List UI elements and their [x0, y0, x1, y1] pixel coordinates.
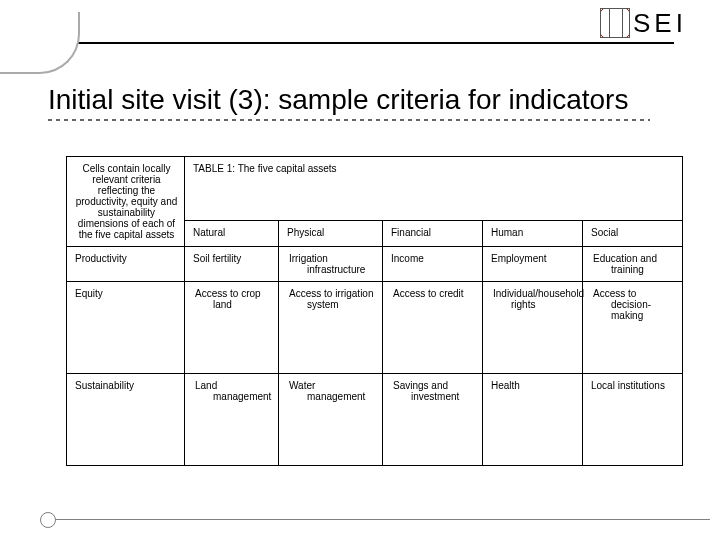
title-underline [48, 119, 650, 121]
cell-text: Savings and investment [391, 380, 476, 402]
cell-text: Individual/household rights [491, 288, 576, 310]
cell-text: Access to decision-making [591, 288, 676, 321]
criteria-table: Cells contain locally relevant criteria … [66, 156, 683, 466]
cell: Access to credit [383, 282, 483, 374]
col-header-natural: Natural [185, 221, 279, 247]
cell-text: Access to irrigation system [287, 288, 376, 310]
footer-dot-icon [40, 512, 56, 528]
cell: Savings and investment [383, 374, 483, 466]
page-title: Initial site visit (3): sample criteria … [48, 84, 700, 116]
row-header-sustainability: Sustainability [67, 374, 185, 466]
table-description-cell: Cells contain locally relevant criteria … [67, 157, 185, 247]
col-header-physical: Physical [279, 221, 383, 247]
row-header-productivity: Productivity [67, 247, 185, 282]
table-caption: TABLE 1: The five capital assets [185, 157, 683, 221]
cell: Land management [185, 374, 279, 466]
cell-text: Irrigation infrastructure [287, 253, 376, 275]
cell: Health [483, 374, 583, 466]
cell-text: Water management [287, 380, 376, 402]
cell-text: Education and training [591, 253, 676, 275]
table-row: Sustainability Land management Water man… [67, 374, 683, 466]
sei-logo-text: SEI [633, 8, 687, 39]
cell: Education and training [583, 247, 683, 282]
cell: Water management [279, 374, 383, 466]
cell: Irrigation infrastructure [279, 247, 383, 282]
col-header-social: Social [583, 221, 683, 247]
table-header-row-1: Cells contain locally relevant criteria … [67, 157, 683, 221]
cell: Access to irrigation system [279, 282, 383, 374]
table-description: Cells contain locally relevant criteria … [75, 163, 178, 240]
table-row: Productivity Soil fertility Irrigation i… [67, 247, 683, 282]
cell: Income [383, 247, 483, 282]
col-header-human: Human [483, 221, 583, 247]
header-arc [0, 12, 80, 74]
cell: Soil fertility [185, 247, 279, 282]
slide: { "logo": { "text": "SEI" }, "title": "I… [0, 0, 720, 540]
sei-logo: SEI [600, 6, 706, 40]
cell: Local institutions [583, 374, 683, 466]
cell: Individual/household rights [483, 282, 583, 374]
header-divider [0, 42, 674, 44]
cell: Employment [483, 247, 583, 282]
cell: Access to decision-making [583, 282, 683, 374]
cell-text: Access to credit [391, 288, 476, 299]
row-header-equity: Equity [67, 282, 185, 374]
cell-text: Access to crop land [193, 288, 272, 310]
col-header-financial: Financial [383, 221, 483, 247]
sei-logo-icon [600, 8, 630, 38]
cell-text: Land management [193, 380, 272, 402]
table-row: Equity Access to crop land Access to irr… [67, 282, 683, 374]
cell: Access to crop land [185, 282, 279, 374]
footer-divider [54, 519, 710, 520]
